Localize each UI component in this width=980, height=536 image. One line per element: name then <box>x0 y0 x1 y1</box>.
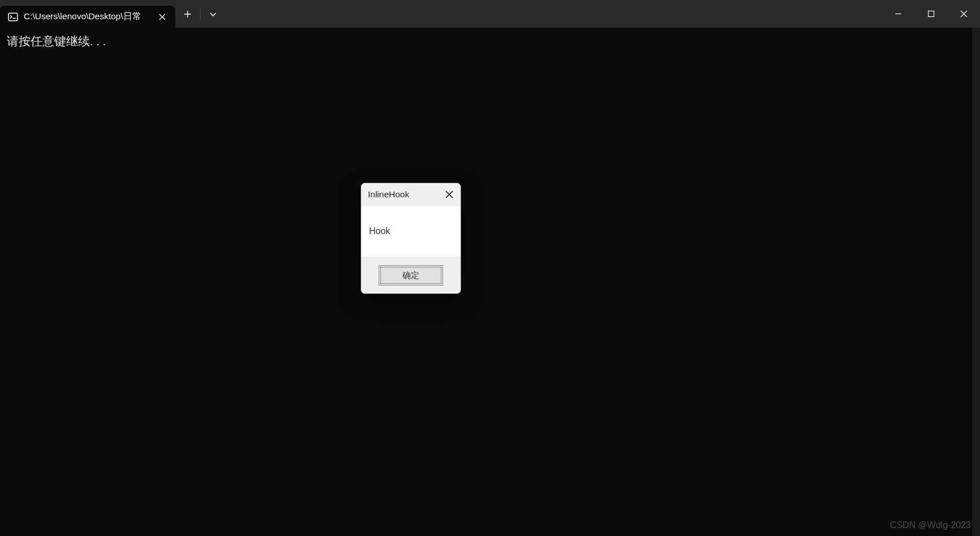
console-output-area[interactable]: 请按任意键继续. . . <box>0 28 980 536</box>
dialog-footer: 确定 <box>361 257 461 293</box>
dialog-title: InlineHook <box>368 189 443 200</box>
svg-rect-1 <box>928 11 934 17</box>
ok-button[interactable]: 确定 <box>379 265 443 286</box>
console-line: 请按任意键继续. . . <box>7 33 973 49</box>
dialog-close-button[interactable] <box>443 188 456 201</box>
titlebar: C:\Users\lenovo\Desktop\日常 <box>0 0 980 28</box>
dialog-message: Hook <box>369 226 390 236</box>
minimize-button[interactable] <box>882 0 914 28</box>
dialog-titlebar[interactable]: InlineHook <box>361 183 461 206</box>
scrollbar[interactable] <box>972 28 980 536</box>
maximize-button[interactable] <box>914 0 947 28</box>
tab-dropdown-button[interactable] <box>201 0 226 28</box>
active-tab[interactable]: C:\Users\lenovo\Desktop\日常 <box>0 6 175 28</box>
dialog-body: Hook <box>361 206 461 257</box>
tab-title: C:\Users\lenovo\Desktop\日常 <box>24 11 150 23</box>
terminal-icon <box>8 12 18 22</box>
new-tab-button[interactable] <box>175 0 200 28</box>
watermark: CSDN @Wdlg-2023 <box>890 520 971 530</box>
message-dialog: InlineHook Hook 确定 <box>361 183 461 294</box>
close-button[interactable] <box>947 0 980 28</box>
tab-close-button[interactable] <box>156 11 168 23</box>
svg-rect-0 <box>8 13 18 21</box>
window-controls <box>882 0 980 28</box>
